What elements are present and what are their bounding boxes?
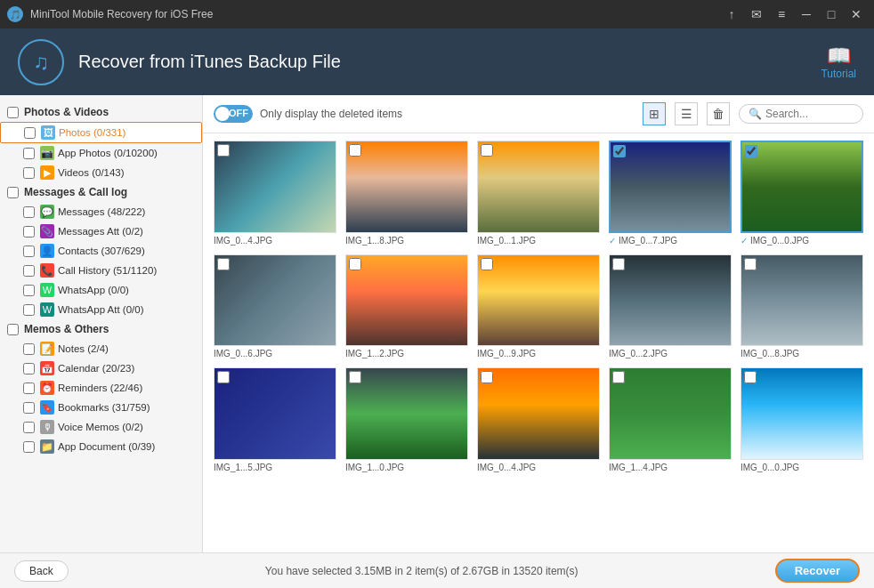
close-button[interactable]: ✕ [846,4,867,25]
photo-item[interactable]: ✓IMG_0...0.JPG [740,141,863,246]
section-checkbox-memos-others[interactable] [7,324,19,335]
item-checkbox-videos[interactable] [23,167,35,179]
grid-view-button[interactable]: ⊞ [643,102,666,125]
photo-item[interactable]: ✓IMG_0...7.JPG [609,141,732,246]
sidebar-item-messages[interactable]: 💬Messages (48/222) [0,202,202,222]
section-checkbox-messages-calllog[interactable] [7,187,19,198]
photo-item[interactable]: IMG_0...9.JPG [477,254,600,359]
item-checkbox-reminders[interactable] [23,383,35,394]
photo-item[interactable]: IMG_1...0.JPG [345,367,468,472]
display-toggle[interactable]: OFF [214,105,253,123]
photo-item[interactable]: IMG_0...6.JPG [214,254,336,359]
photo-checkbox-12[interactable] [349,371,361,383]
item-checkbox-voice-memos[interactable] [23,422,35,433]
item-checkbox-photos[interactable] [24,127,36,139]
item-checkbox-notes[interactable] [23,343,35,355]
item-checkbox-bookmarks[interactable] [23,402,35,414]
item-checkbox-app-photos[interactable] [23,148,35,159]
item-checkbox-whatsapp[interactable] [23,285,35,296]
sidebar-item-call-history[interactable]: 📞Call History (51/1120) [0,261,202,280]
photo-item[interactable]: IMG_1...4.JPG [609,367,732,472]
photo-checkbox-11[interactable] [217,371,230,383]
photo-checkbox-9[interactable] [612,258,625,270]
tutorial-button[interactable]: 📖 Tutorial [821,44,856,80]
photo-checkbox-2[interactable] [349,144,361,157]
sidebar-item-app-document[interactable]: 📁App Document (0/39) [0,437,202,456]
photo-name-1: IMG_0...4.JPG [214,236,272,246]
photo-checkbox-13[interactable] [481,371,493,383]
photo-checkbox-8[interactable] [481,258,493,270]
whatsapp-att-icon: W [40,302,54,317]
sidebar-item-whatsapp[interactable]: WWhatsApp (0/0) [0,280,202,300]
sidebar-item-voice-memos[interactable]: 🎙Voice Memos (0/2) [0,417,202,437]
section-checkbox-photos-videos[interactable] [7,107,19,118]
sidebar-section-memos-others[interactable]: Memos & Others [0,319,202,339]
item-checkbox-calendar[interactable] [23,363,35,375]
photo-item[interactable]: IMG_0...0.JPG [740,367,863,472]
toggle-wrap: OFF Only display the deleted items [214,105,402,123]
photo-thumbnail-3 [478,141,599,232]
photo-checkbox-6[interactable] [217,258,230,270]
app-logo: 🎵 [7,6,23,22]
photo-item[interactable]: IMG_0...1.JPG [477,141,600,246]
photo-item[interactable]: IMG_1...2.JPG [345,254,468,359]
recover-button[interactable]: Recover [775,559,860,583]
table-view-button[interactable]: ☰ [675,102,698,125]
sidebar-item-bookmarks[interactable]: 🔖Bookmarks (31/759) [0,398,202,417]
photo-checkbox-15[interactable] [744,371,757,383]
photo-checkbox-3[interactable] [481,144,493,157]
photo-name-13: IMG_0...4.JPG [477,463,536,472]
item-checkbox-whatsapp-att[interactable] [23,304,35,316]
item-checkbox-messages-att[interactable] [23,226,35,238]
photo-thumbnail-8 [478,255,599,346]
minimize-button[interactable]: ─ [796,4,817,25]
search-input[interactable] [765,108,854,120]
item-checkbox-call-history[interactable] [23,265,35,277]
photo-thumb-wrap-10 [740,254,863,347]
book-icon: 📖 [827,44,851,68]
sidebar-item-contacts[interactable]: 👤Contacts (307/629) [0,241,202,261]
photo-item[interactable]: IMG_0...4.JPG [477,367,600,472]
photo-item[interactable]: IMG_0...4.JPG [214,141,336,246]
sidebar-item-whatsapp-att[interactable]: WWhatsApp Att (0/0) [0,300,202,319]
notes-icon: 📝 [40,342,54,356]
photo-item[interactable]: IMG_1...5.JPG [214,367,336,472]
photo-label-8: IMG_0...9.JPG [477,349,536,358]
item-label-messages-att: Messages Att (0/2) [58,226,143,237]
photo-checkbox-5[interactable] [745,145,757,157]
photo-label-7: IMG_1...2.JPG [345,349,404,358]
item-checkbox-contacts[interactable] [23,246,35,257]
upload-button[interactable]: ↑ [721,4,742,25]
item-checkbox-messages[interactable] [23,206,35,218]
photo-item[interactable]: IMG_0...8.JPG [740,254,863,359]
photo-thumbnail-6 [214,255,336,346]
photo-item[interactable]: IMG_0...2.JPG [609,254,732,359]
sidebar-item-videos[interactable]: ▶Videos (0/143) [0,163,202,182]
photo-checkbox-1[interactable] [217,144,230,157]
photo-name-6: IMG_0...6.JPG [214,349,272,358]
photo-checkbox-14[interactable] [612,371,625,383]
photo-thumbnail-2 [346,141,467,232]
photo-name-5: IMG_0...0.JPG [750,236,809,246]
sidebar-section-messages-calllog[interactable]: Messages & Call log [0,182,202,202]
videos-icon: ▶ [40,165,54,180]
photo-label-3: IMG_0...1.JPG [477,236,536,246]
sidebar-item-reminders[interactable]: ⏰Reminders (22/46) [0,378,202,398]
sidebar-item-messages-att[interactable]: 📎Messages Att (0/2) [0,222,202,241]
delete-button[interactable]: 🗑 [707,102,730,125]
photo-checkbox-7[interactable] [349,258,361,270]
photo-checkbox-4[interactable] [613,145,626,157]
sidebar-item-calendar[interactable]: 📅Calendar (20/23) [0,358,202,378]
sidebar-section-photos-videos[interactable]: Photos & Videos [0,102,202,122]
photo-checkbox-10[interactable] [744,258,757,270]
maximize-button[interactable]: □ [821,4,842,25]
mail-button[interactable]: ✉ [746,4,767,25]
sidebar-item-photos[interactable]: 🖼Photos (0/331) [0,122,202,143]
back-button[interactable]: Back [14,560,69,582]
menu-button[interactable]: ≡ [771,4,792,25]
sidebar-item-app-photos[interactable]: 📷App Photos (0/10200) [0,143,202,163]
status-text: You have selected 3.15MB in 2 item(s) of… [69,565,775,577]
item-checkbox-app-document[interactable] [23,441,35,453]
photo-item[interactable]: IMG_1...8.JPG [345,141,468,246]
sidebar-item-notes[interactable]: 📝Notes (2/4) [0,339,202,358]
